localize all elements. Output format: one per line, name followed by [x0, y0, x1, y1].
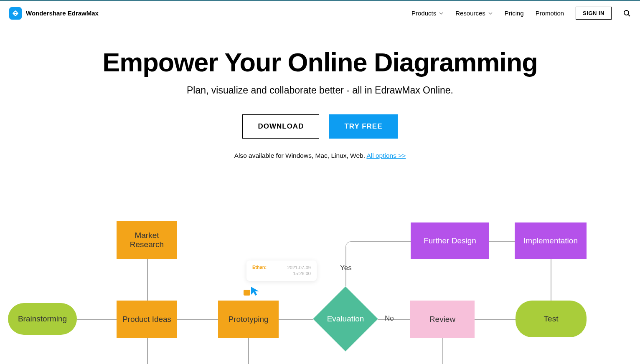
download-button[interactable]: DOWNLOAD [242, 114, 319, 139]
nav-promotion[interactable]: Promotion [536, 10, 564, 17]
connector [442, 338, 443, 364]
availability-text: Also available for Windows, Mac, Linux, … [0, 152, 640, 159]
node-evaluation-label: Evaluation [313, 314, 378, 324]
chevron-down-icon [488, 11, 493, 16]
main-nav: Products Resources Pricing Promotion SIG… [411, 7, 631, 20]
connector [551, 259, 551, 301]
hero-diagram: Brainstorming Market Research Product Id… [0, 193, 640, 364]
nav-pricing[interactable]: Pricing [505, 10, 524, 17]
nav-promotion-label: Promotion [536, 10, 564, 17]
all-options-link[interactable]: All options >> [366, 152, 406, 159]
connector [489, 241, 515, 242]
node-market-research: Market Research [117, 221, 177, 259]
connector [248, 338, 249, 364]
connector [77, 319, 117, 320]
node-review: Review [410, 301, 475, 338]
comment-meta: 2021-07-09 15:28:00 [287, 265, 311, 277]
connector [278, 319, 313, 320]
try-free-button[interactable]: TRY FREE [329, 114, 397, 139]
node-prototyping: Prototyping [218, 301, 279, 338]
nav-pricing-label: Pricing [505, 10, 524, 17]
logo-icon [9, 7, 22, 20]
hero-section: Empower Your Online Diagramming Plan, vi… [0, 25, 640, 159]
logo-wrap[interactable]: Wondershare EdrawMax [9, 7, 99, 20]
node-product-ideas: Product Ideas [117, 301, 177, 338]
nav-resources[interactable]: Resources [455, 10, 493, 17]
connector-curve [345, 241, 352, 248]
node-evaluation: Evaluation [313, 286, 378, 351]
sign-in-button[interactable]: SIGN IN [576, 7, 612, 20]
chevron-down-icon [439, 11, 444, 16]
edge-label-yes: Yes [340, 264, 352, 272]
connector [177, 319, 218, 320]
search-icon[interactable] [623, 10, 631, 17]
brand-name: Wondershare EdrawMax [26, 10, 99, 17]
connector [351, 241, 411, 242]
comment-time: 15:28:00 [287, 270, 311, 276]
node-implementation: Implementation [515, 222, 587, 259]
nav-products[interactable]: Products [411, 10, 444, 17]
comment-author: Ethan: [252, 265, 267, 270]
cta-row: DOWNLOAD TRY FREE [0, 114, 640, 139]
cursor-pointer-icon [250, 286, 262, 297]
comment-tooltip: Ethan: 2021-07-09 15:28:00 [246, 260, 317, 281]
svg-point-0 [624, 10, 629, 15]
node-further-design: Further Design [411, 222, 489, 259]
availability-prefix: Also available for Windows, Mac, Linux, … [234, 152, 367, 159]
node-brainstorming: Brainstorming [8, 303, 77, 335]
nav-products-label: Products [411, 10, 436, 17]
nav-resources-label: Resources [455, 10, 485, 17]
connector [475, 319, 516, 320]
hero-title: Empower Your Online Diagramming [0, 47, 640, 77]
chat-icon [244, 290, 250, 296]
connector [147, 338, 148, 364]
edge-label-no: No [385, 314, 394, 323]
hero-subtitle: Plan, visualize and collaborate better -… [0, 85, 640, 96]
comment-date: 2021-07-09 [287, 265, 311, 270]
main-header: Wondershare EdrawMax Products Resources … [0, 1, 640, 25]
node-test: Test [516, 301, 587, 337]
connector [378, 319, 410, 320]
connector [147, 259, 148, 301]
